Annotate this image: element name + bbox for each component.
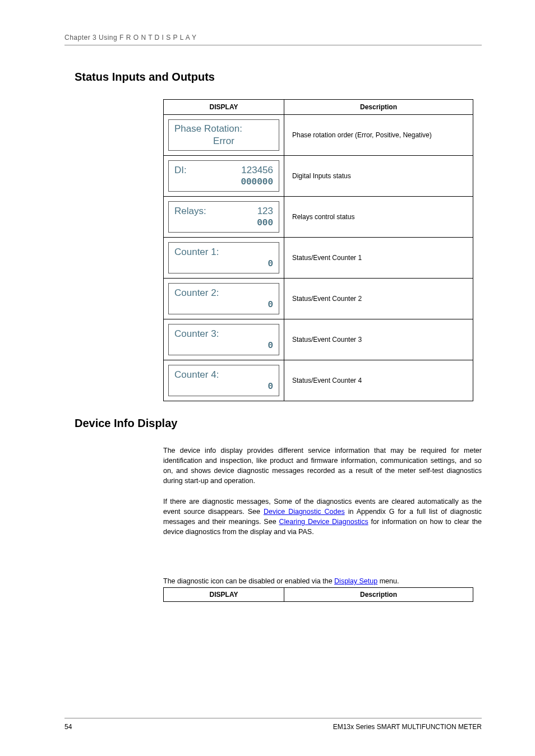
table-row: Counter 3:0Status/Event Counter 3 — [164, 319, 473, 360]
display-line2: 000 — [174, 218, 273, 228]
page-header: Chapter 3 Using F R O N T D I S P L A Y — [64, 34, 482, 45]
lcd-display: Counter 4:0 — [168, 365, 279, 396]
display-line2: 0 — [174, 259, 273, 269]
display-line1: Counter 1: — [174, 247, 273, 258]
display-cell: Counter 1:0 — [164, 238, 284, 279]
description-cell: Status/Event Counter 4 — [284, 360, 473, 401]
table-row: Phase Rotation:ErrorPhase rotation order… — [164, 115, 473, 156]
table-header-description: Description — [284, 588, 473, 602]
display-label: Counter 3: — [174, 328, 219, 340]
display-label: DI: — [174, 165, 187, 176]
table-row: Relays:123000Relays control status — [164, 197, 473, 238]
device-info-para2: If there are diagnostic messages, Some o… — [163, 497, 482, 537]
display-label: Relays: — [174, 206, 206, 217]
display-cell: Counter 4:0 — [164, 360, 284, 401]
display-line2: 000000 — [174, 177, 273, 187]
section-heading-status: Status Inputs and Outputs — [75, 71, 482, 84]
device-info-para3: The diagnostic icon can be disabled or e… — [163, 576, 482, 586]
display-label: Counter 1: — [174, 247, 219, 258]
text-span: The diagnostic icon can be disabled or e… — [163, 577, 334, 585]
table-row: Counter 4:0Status/Event Counter 4 — [164, 360, 473, 401]
display-setup-link[interactable]: Display Setup — [334, 577, 377, 585]
display-line1: Counter 4: — [174, 369, 273, 381]
display-cell: Counter 2:0 — [164, 279, 284, 319]
display-line2: 0 — [174, 382, 273, 392]
display-right: 123456 — [241, 165, 273, 176]
status-table: DISPLAY Description Phase Rotation:Error… — [163, 99, 473, 401]
display-line1: Relays:123 — [174, 206, 273, 217]
table-row: Counter 2:0Status/Event Counter 2 — [164, 279, 473, 319]
display-line2: 0 — [174, 341, 273, 351]
description-cell: Status/Event Counter 1 — [284, 238, 473, 279]
display-line1: DI:123456 — [174, 165, 273, 176]
table-row: Counter 1:0Status/Event Counter 1 — [164, 238, 473, 279]
section-heading-device-info: Device Info Display — [75, 417, 482, 430]
display-line2: 0 — [174, 300, 273, 310]
description-cell: Status/Event Counter 2 — [284, 279, 473, 319]
display-line2: Error — [174, 136, 273, 147]
clearing-device-diagnostics-link[interactable]: Clearing Device Diagnostics — [279, 518, 368, 526]
page-number: 54 — [64, 723, 72, 731]
display-cell: DI:123456000000 — [164, 156, 284, 197]
display-label: Counter 4: — [174, 369, 219, 381]
table-header-display: DISPLAY — [164, 588, 284, 602]
device-info-para1: The device info display provides differe… — [163, 446, 482, 486]
description-cell: Phase rotation order (Error, Positive, N… — [284, 115, 473, 156]
text-span: menu. — [377, 577, 399, 585]
device-info-table: DISPLAY Description — [163, 587, 473, 602]
display-label: Counter 2: — [174, 287, 219, 299]
description-cell: Relays control status — [284, 197, 473, 238]
footer-title: EM13x Series SMART MULTIFUNCTION METER — [333, 723, 482, 731]
page-footer: 54 EM13x Series SMART MULTIFUNCTION METE… — [64, 718, 482, 731]
table-header-description: Description — [284, 100, 473, 115]
lcd-display: Phase Rotation:Error — [168, 119, 279, 151]
lcd-display: Counter 1:0 — [168, 242, 279, 273]
lcd-display: Counter 2:0 — [168, 283, 279, 314]
display-right: 123 — [257, 206, 273, 217]
display-label: Phase Rotation: — [174, 123, 242, 134]
device-diagnostic-codes-link[interactable]: Device Diagnostic Codes — [264, 508, 345, 516]
table-header-display: DISPLAY — [164, 100, 284, 115]
display-line1: Counter 3: — [174, 328, 273, 340]
display-line1: Phase Rotation: — [174, 123, 273, 134]
description-cell: Digital Inputs status — [284, 156, 473, 197]
display-line1: Counter 2: — [174, 287, 273, 299]
lcd-display: Counter 3:0 — [168, 324, 279, 355]
table-row: DI:123456000000Digital Inputs status — [164, 156, 473, 197]
display-cell: Phase Rotation:Error — [164, 115, 284, 156]
display-cell: Relays:123000 — [164, 197, 284, 238]
lcd-display: DI:123456000000 — [168, 160, 279, 192]
lcd-display: Relays:123000 — [168, 201, 279, 233]
display-cell: Counter 3:0 — [164, 319, 284, 360]
description-cell: Status/Event Counter 3 — [284, 319, 473, 360]
